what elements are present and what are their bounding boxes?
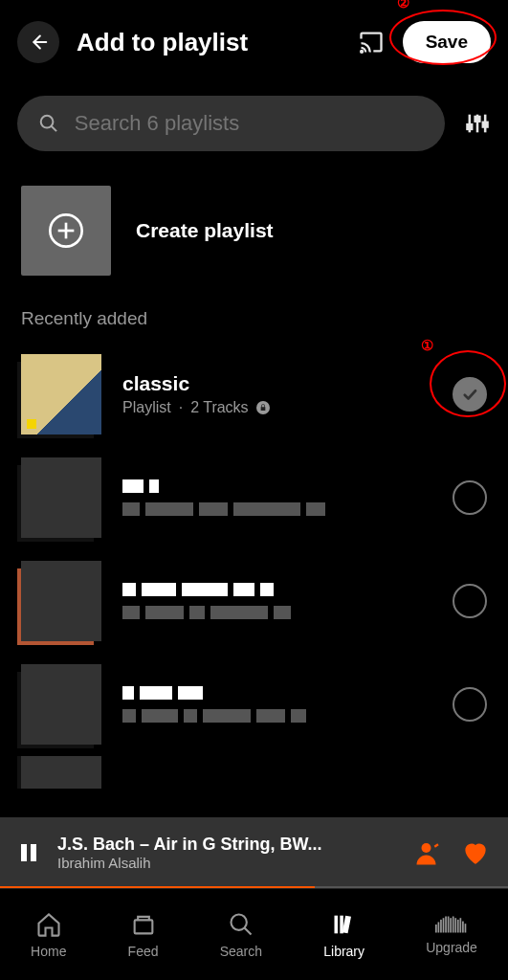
svg-rect-8 (475, 117, 480, 122)
nav-label: Upgrade (426, 940, 477, 955)
svg-rect-25 (445, 916, 447, 932)
sliders-icon[interactable] (464, 110, 491, 137)
plus-circle-icon (47, 212, 85, 250)
search-icon (38, 112, 59, 135)
save-button[interactable]: Save (403, 21, 491, 63)
svg-rect-30 (457, 919, 459, 932)
svg-line-3 (52, 126, 56, 131)
bottom-nav: Home Feed Search Library Upgrade (0, 888, 508, 980)
redacted-title (122, 686, 431, 700)
home-icon (35, 911, 62, 938)
search-box[interactable] (17, 96, 445, 151)
mini-player[interactable]: J.S. Bach – Air in G String, BW... Ibrah… (0, 817, 508, 888)
playlist-subtype: Playlist (122, 399, 171, 416)
redacted-subtitle (122, 502, 431, 516)
playlist-title: classic (122, 372, 431, 395)
nav-feed[interactable]: Feed (128, 911, 159, 959)
check-icon (461, 386, 478, 403)
nav-search[interactable]: Search (220, 911, 262, 959)
svg-rect-21 (435, 924, 437, 933)
playlist-meta (122, 583, 431, 619)
svg-rect-29 (454, 918, 456, 932)
arrow-left-icon (28, 32, 49, 53)
player-track-title: J.S. Bach – Air in G String, BW... (57, 835, 397, 855)
svg-point-2 (41, 116, 54, 128)
playlist-row[interactable] (17, 446, 491, 549)
svg-rect-27 (450, 918, 452, 932)
playlist-row[interactable] (17, 549, 491, 653)
playlist-meta (122, 686, 431, 723)
playlist-checkbox[interactable] (453, 480, 487, 515)
nav-home[interactable]: Home (31, 911, 66, 959)
svg-rect-26 (448, 916, 450, 932)
svg-rect-19 (334, 915, 338, 933)
playlist-thumb (21, 756, 101, 789)
library-icon (331, 911, 358, 938)
playlist-thumb (21, 354, 101, 434)
create-playlist-row[interactable]: Create playlist (0, 163, 508, 299)
cast-icon[interactable] (357, 29, 386, 56)
svg-rect-16 (134, 920, 152, 933)
svg-rect-13 (21, 844, 27, 861)
search-icon (228, 911, 254, 938)
nav-label: Feed (128, 944, 159, 959)
feed-icon (130, 911, 157, 938)
svg-rect-9 (483, 122, 488, 127)
playlist-thumb (21, 561, 101, 641)
playlist-checkbox[interactable] (453, 584, 487, 618)
nav-label: Home (31, 944, 66, 959)
svg-rect-28 (453, 916, 454, 932)
svg-line-18 (244, 927, 251, 934)
player-info: J.S. Bach – Air in G String, BW... Ibrah… (57, 835, 397, 871)
svg-point-17 (231, 914, 246, 929)
back-button[interactable] (17, 21, 59, 63)
cloud-icon (435, 915, 468, 934)
annotation-label-2: ② (397, 0, 409, 11)
nav-library[interactable]: Library (323, 911, 364, 959)
create-playlist-thumb (21, 186, 111, 276)
pause-icon[interactable] (17, 840, 40, 865)
search-row (0, 84, 508, 163)
lock-icon (256, 401, 270, 414)
playlist-meta: classic Playlist · 2 Tracks (122, 372, 431, 416)
save-button-wrap: Save ② (403, 21, 491, 63)
svg-rect-23 (440, 919, 442, 932)
header: Add to playlist Save ② (0, 0, 508, 84)
redacted-title (122, 479, 431, 493)
player-artist: Ibrahim Alsalih (57, 855, 397, 871)
playlist-subtitle: Playlist · 2 Tracks (122, 399, 431, 416)
svg-rect-14 (31, 844, 36, 861)
playlist-checkbox[interactable] (453, 687, 487, 722)
redacted-title (122, 583, 431, 596)
svg-rect-24 (443, 918, 445, 932)
playlist-row[interactable] (17, 653, 491, 756)
svg-rect-22 (438, 922, 440, 932)
create-playlist-label: Create playlist (136, 219, 274, 242)
svg-rect-31 (460, 918, 462, 932)
search-input[interactable] (75, 111, 424, 136)
playlist-meta (122, 479, 431, 516)
nav-label: Library (323, 944, 364, 959)
heart-icon[interactable] (460, 837, 491, 868)
playlist-list: classic Playlist · 2 Tracks ① (0, 343, 508, 789)
playlist-track-count: 2 Tracks (190, 399, 248, 416)
svg-point-15 (422, 843, 431, 853)
person-icon[interactable] (414, 838, 443, 867)
redacted-subtitle (122, 606, 431, 619)
nav-upgrade[interactable]: Upgrade (426, 915, 477, 955)
redacted-subtitle (122, 709, 431, 723)
svg-rect-7 (468, 124, 473, 129)
svg-rect-32 (462, 921, 464, 932)
playlist-thumb (21, 664, 101, 745)
page-title: Add to playlist (77, 28, 340, 57)
svg-point-1 (361, 51, 363, 53)
nav-label: Search (220, 944, 262, 959)
section-header-recently-added: Recently added (0, 299, 508, 343)
svg-rect-33 (465, 924, 467, 932)
playlist-row[interactable] (17, 756, 491, 789)
playlist-checkbox[interactable] (453, 377, 487, 412)
playlist-row[interactable]: classic Playlist · 2 Tracks ① (17, 343, 491, 446)
playlist-thumb (21, 457, 101, 538)
